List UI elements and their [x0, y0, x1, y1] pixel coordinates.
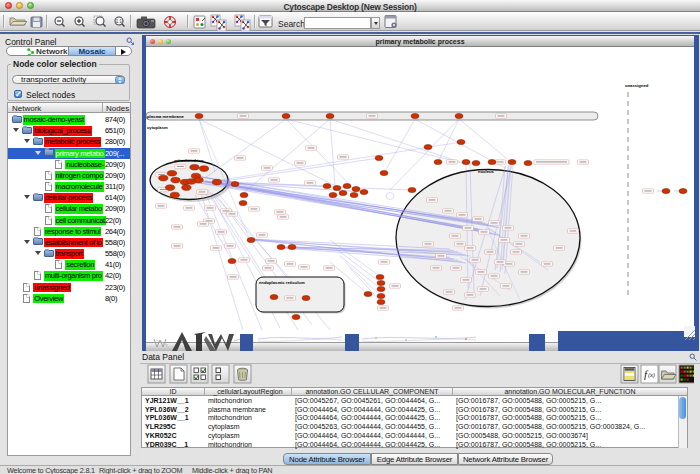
svg-text:mitochondrion: mitochondrion — [174, 158, 204, 163]
svg-text:endoplasmic reticulum: endoplasmic reticulum — [259, 280, 305, 285]
svg-text:(x): (x) — [648, 372, 655, 378]
svg-text:plasma membrane: plasma membrane — [147, 114, 184, 119]
svg-text:nucleus: nucleus — [478, 169, 494, 174]
svg-text:unassigned: unassigned — [625, 83, 649, 88]
svg-text:cytoplasm: cytoplasm — [147, 125, 168, 130]
svg-text:1:1: 1:1 — [116, 19, 123, 24]
